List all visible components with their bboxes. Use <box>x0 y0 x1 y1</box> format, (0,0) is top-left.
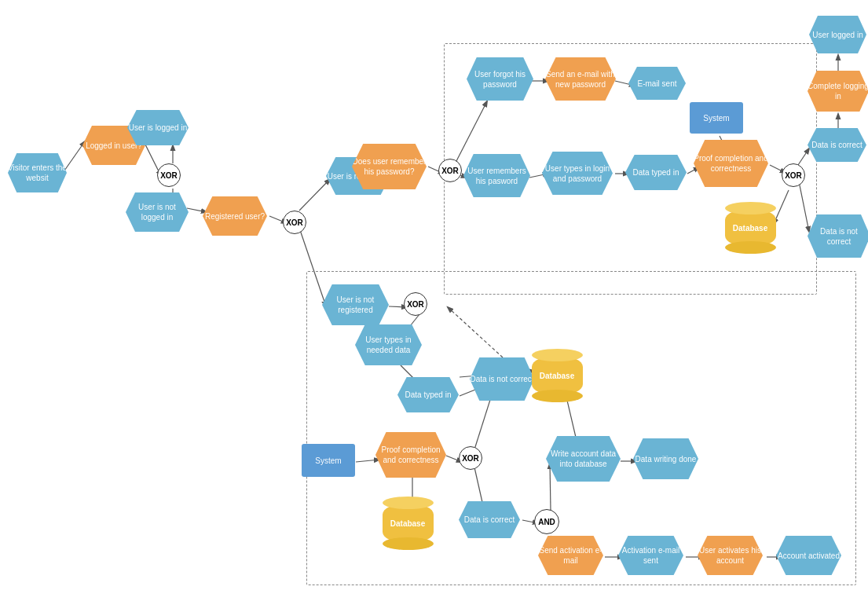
data-typed-upper-label: Data typed in <box>633 167 679 178</box>
xor1-label: XOR <box>160 170 178 181</box>
registered-user-label: Registered user? <box>205 211 265 222</box>
system-upper-node: System <box>690 102 743 134</box>
svg-line-30 <box>356 460 379 462</box>
and-node: AND <box>534 509 559 534</box>
proof-upper-node: Proof completion and correctness <box>694 140 768 187</box>
xor-register-label: XOR <box>407 299 424 310</box>
data-not-correct-upper-node: Data is not correct <box>808 214 868 258</box>
db-upper-lower-node: Database <box>529 351 584 400</box>
user-types-login-node: User types in login and password <box>542 152 613 195</box>
user-types-needed-label: User types in needed data <box>355 335 422 355</box>
data-correct-lower-label: Data is correct <box>464 515 515 525</box>
complete-logging-node: Complete logging in <box>808 71 868 112</box>
user-logged-in-top-label: User logged in <box>812 30 863 40</box>
user-types-login-label: User types in login and password <box>542 163 613 184</box>
does-user-remember-node: Does user remember his password? <box>352 144 427 189</box>
data-writing-done-label: Data writing done <box>635 454 697 464</box>
send-email-node: Send an e-mail with new password <box>545 57 616 101</box>
account-activated-label: Account activated <box>778 551 840 561</box>
user-logged-in-label: User is logged in <box>129 123 187 133</box>
email-sent-label: E-mail sent <box>637 79 676 89</box>
user-forgot-label: User forgot his password <box>467 69 533 90</box>
registered-user-node: Registered user? <box>203 196 267 236</box>
data-correct-upper-node: Data is correct <box>808 128 866 162</box>
proof-lower-node: Proof completion and correctness <box>375 432 446 478</box>
send-activation-label: Send activation e-mail <box>538 545 603 566</box>
data-typed-upper-node: Data typed in <box>625 155 687 190</box>
xor-password-node: XOR <box>438 159 462 182</box>
svg-line-11 <box>456 101 487 161</box>
svg-line-0 <box>63 141 85 173</box>
svg-line-21 <box>798 178 809 232</box>
xor1-node: XOR <box>157 163 181 187</box>
xor-proof-upper-label: XOR <box>785 170 802 181</box>
visitor-label: Visitor enters the websit <box>8 163 67 183</box>
xor2-label: XOR <box>286 218 303 228</box>
db-upper-lower-label: Database <box>540 372 574 380</box>
xor-proof-lower-node: XOR <box>459 446 482 470</box>
user-not-registered-label: User is not registered <box>322 295 389 315</box>
db-lower-node: Database <box>380 499 435 548</box>
xor-password-label: XOR <box>441 166 459 176</box>
svg-line-7 <box>299 228 326 306</box>
svg-line-6 <box>299 179 330 211</box>
data-not-correct-lower-label: Data is not correct <box>470 374 533 384</box>
user-logged-in-top-node: User logged in <box>809 16 866 53</box>
data-writing-done-node: Data writing done <box>633 438 698 479</box>
diagram: Visitor enters the websit Logged in user… <box>0 0 868 601</box>
proof-upper-label: Proof completion and correctness <box>694 153 768 174</box>
user-types-needed-node: User types in needed data <box>355 324 422 365</box>
svg-line-29 <box>448 307 503 357</box>
visitor-node: Visitor enters the websit <box>8 153 67 192</box>
user-remembers-node: User remembers his pasword <box>463 154 530 197</box>
write-account-label: Write account data into database <box>546 449 621 469</box>
email-sent-node: E-mail sent <box>628 67 686 100</box>
send-activation-node: Send activation e-mail <box>538 536 603 575</box>
db-upper-label: Database <box>733 224 767 233</box>
user-logged-in-node: User is logged in <box>127 110 189 145</box>
data-correct-lower-node: Data is correct <box>459 501 520 538</box>
and-label: AND <box>538 517 555 527</box>
xor2-node: XOR <box>283 211 306 234</box>
svg-line-39 <box>550 464 551 511</box>
user-activates-label: User activates his account <box>698 545 763 566</box>
user-activates-node: User activates his account <box>698 536 763 575</box>
db-lower-label: Database <box>390 519 425 528</box>
activation-sent-node: Activation e-mail sent <box>618 536 683 575</box>
data-not-correct-upper-label: Data is not correct <box>808 226 868 247</box>
logged-in-user-label: Logged in user? <box>86 141 142 151</box>
user-not-registered-node: User is not registered <box>322 284 389 325</box>
user-not-logged-in-node: User is not logged in <box>126 192 189 232</box>
system-lower-label: System <box>315 456 341 466</box>
proof-lower-label: Proof completion and correctness <box>375 445 446 465</box>
xor-proof-lower-label: XOR <box>462 453 479 464</box>
user-not-logged-in-label: User is not logged in <box>126 202 189 222</box>
db-upper-node: Database <box>723 204 778 251</box>
data-correct-upper-label: Data is correct <box>811 140 862 150</box>
data-typed-lower-node: Data typed in <box>397 377 459 412</box>
account-activated-node: Account activated <box>776 536 841 575</box>
svg-line-4 <box>187 208 207 212</box>
user-forgot-node: User forgot his password <box>467 57 533 101</box>
system-upper-label: System <box>703 113 729 123</box>
xor-register-node: XOR <box>404 292 427 316</box>
user-remembers-label: User remembers his pasword <box>463 166 530 186</box>
activation-sent-label: Activation e-mail sent <box>618 545 683 566</box>
write-account-node: Write account data into database <box>546 436 621 482</box>
does-user-remember-label: Does user remember his password? <box>352 156 427 177</box>
data-not-correct-lower-node: Data is not correct <box>470 357 534 401</box>
xor-proof-upper-node: XOR <box>782 163 805 187</box>
send-email-label: Send an e-mail with new password <box>545 69 616 90</box>
svg-line-20 <box>798 148 809 165</box>
data-typed-lower-label: Data typed in <box>405 390 452 400</box>
system-lower-node: System <box>302 444 355 477</box>
complete-logging-label: Complete logging in <box>808 81 868 101</box>
